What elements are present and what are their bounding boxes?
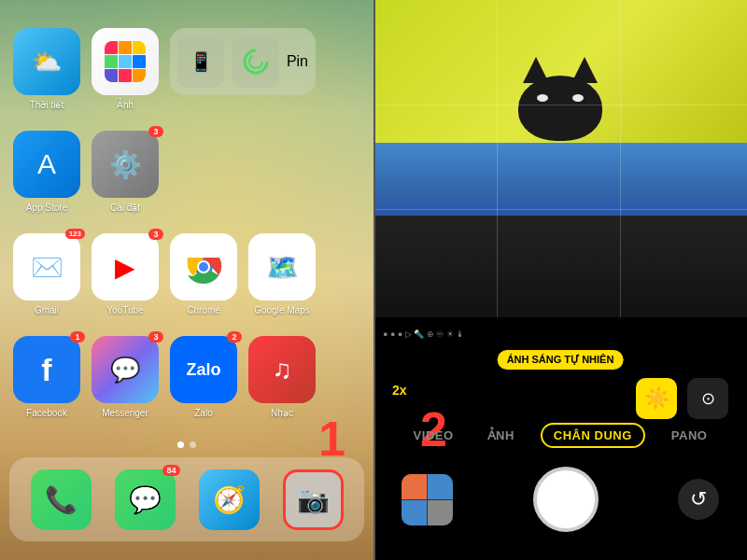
- svg-point-5: [199, 262, 208, 272]
- gmail-icon: ✉️: [31, 252, 63, 283]
- app-weather[interactable]: ⛅ Thời tiết: [13, 28, 80, 95]
- music-label: Nhạc: [248, 408, 316, 418]
- app-settings[interactable]: 3 ⚙️ Cài đặt: [92, 131, 159, 198]
- svg-point-1: [249, 55, 262, 68]
- pin-icon-2: [232, 35, 278, 88]
- camera-front-icon[interactable]: ⊙: [687, 378, 728, 419]
- cat-ear-left: [523, 57, 549, 83]
- facebook-badge: 1: [70, 331, 85, 343]
- messages-icon: 💬: [129, 484, 162, 515]
- dock-phone[interactable]: 📞: [31, 469, 92, 530]
- natural-light-icon[interactable]: ☀️: [636, 378, 677, 419]
- photos-icon: [105, 41, 146, 82]
- natural-light-badge: ÁNH SÁNG TỰ NHIÊN: [498, 350, 624, 370]
- youtube-icon: ▶: [115, 252, 135, 283]
- settings-icon: ⚙️: [109, 149, 142, 180]
- app-row-2: A App Store 3 ⚙️ Cài đặt: [9, 131, 364, 198]
- photos-label: Ảnh: [92, 100, 159, 110]
- messenger-label: Messenger: [92, 408, 159, 418]
- page-dot-1: [177, 441, 184, 448]
- cat-head: [518, 76, 602, 141]
- mode-chandung[interactable]: CHÂN DUNG: [541, 423, 645, 448]
- app-row-1: ⛅ Thời tiết Ảnh: [9, 28, 364, 95]
- flip-camera-button[interactable]: ↺: [678, 479, 719, 520]
- page-dots: [177, 441, 196, 448]
- dock-messages[interactable]: 84 💬: [115, 469, 176, 530]
- app-appstore[interactable]: A App Store: [13, 131, 80, 198]
- pin-label: Pin: [287, 53, 308, 70]
- mode-selector: VIDEO ẢNH CHÂN DUNG PANO: [374, 423, 747, 448]
- app-facebook[interactable]: 1 f Facebook: [13, 336, 80, 403]
- front-camera-icon: ⊙: [701, 388, 715, 409]
- dock-safari[interactable]: 🧭: [199, 469, 260, 530]
- app-messenger[interactable]: 3 💬 Messenger: [92, 336, 159, 403]
- cat-ear-right: [571, 57, 598, 83]
- youtube-badge: 3: [148, 229, 163, 240]
- app-photos[interactable]: Ảnh: [92, 28, 159, 95]
- app-chrome[interactable]: Chrome: [170, 233, 237, 301]
- gmail-label: Gmail: [13, 305, 80, 315]
- youtube-label: YouTube: [92, 305, 159, 315]
- pin-icon-1: 📱: [177, 35, 224, 88]
- dock: 📞 84 💬 🧭 📷: [9, 457, 364, 541]
- flip-icon: ↺: [690, 487, 707, 511]
- vf-desk-bg: [374, 216, 747, 317]
- messenger-icon: 💬: [110, 356, 140, 385]
- safari-icon: 🧭: [213, 484, 246, 515]
- maps-icon: 🗺️: [266, 252, 299, 283]
- appstore-icon: A: [37, 148, 56, 180]
- app-youtube[interactable]: 3 ▶ YouTube: [92, 233, 159, 301]
- facebook-icon: f: [41, 352, 51, 388]
- zalo-icon: Zalo: [186, 360, 220, 380]
- appstore-label: App Store: [13, 203, 80, 213]
- app-grid: ⛅ Thời tiết Ảnh: [9, 19, 364, 403]
- mode-pano[interactable]: PANO: [664, 425, 715, 446]
- messages-badge: 84: [162, 465, 179, 476]
- thumb-3: [402, 500, 427, 525]
- thumb-2: [428, 474, 453, 499]
- app-music[interactable]: ♫ Nhạc: [248, 336, 316, 403]
- app-pin[interactable]: 📱 Pin: [170, 28, 316, 95]
- app-maps[interactable]: 🗺️ Google Maps: [248, 233, 316, 301]
- gallery-thumbnail[interactable]: [402, 474, 453, 525]
- app-row-4: 1 f Facebook 3 💬 Messenger 2 Zalo Zalo ♫…: [9, 336, 364, 403]
- camera-icon: 📷: [297, 484, 330, 515]
- zoom-label[interactable]: 2x: [392, 383, 407, 398]
- cat-eye-right: [572, 94, 584, 102]
- chrome-icon: [184, 247, 223, 287]
- bottom-controls: ↺: [374, 467, 747, 532]
- panel-separator: [374, 0, 375, 560]
- sun-icon: ☀️: [644, 386, 669, 411]
- page-dot-2: [190, 441, 196, 448]
- chrome-label: Chrome: [170, 305, 237, 315]
- messenger-badge: 3: [148, 331, 163, 343]
- cat-eye-left: [537, 94, 548, 102]
- left-panel: ⛅ Thời tiết Ảnh: [0, 0, 374, 560]
- settings-badge: 3: [148, 126, 163, 137]
- camera-top-bar: ● ● ● ▷ 🔦 ⊕ ♾ ☀ 🌡: [374, 317, 747, 350]
- music-icon: ♫: [273, 355, 292, 385]
- zalo-badge: 2: [227, 331, 242, 343]
- weather-label: Thời tiết: [13, 100, 80, 110]
- mode-anh[interactable]: ẢNH: [480, 425, 522, 446]
- thumb-4: [428, 500, 453, 525]
- maps-label: Google Maps: [248, 305, 316, 315]
- cat-eyes: [537, 94, 584, 102]
- zalo-label: Zalo: [170, 408, 237, 418]
- phone-icon: 📞: [45, 484, 78, 515]
- mode-video[interactable]: VIDEO: [406, 425, 461, 446]
- weather-icon: ⛅: [32, 48, 62, 77]
- shutter-button[interactable]: [533, 467, 599, 532]
- right-panel: ● ● ● ▷ 🔦 ⊕ ♾ ☀ 🌡 ÁNH SÁNG TỰ NHIÊN 2x 2…: [374, 0, 747, 560]
- cat-figure: [509, 57, 612, 141]
- thumb-1: [402, 474, 427, 499]
- settings-label: Cài đặt: [92, 203, 159, 213]
- app-gmail[interactable]: 123 ✉️ Gmail: [13, 233, 80, 301]
- viewfinder: [374, 0, 747, 317]
- app-zalo[interactable]: 2 Zalo Zalo: [170, 336, 237, 403]
- gmail-badge: 123: [65, 229, 85, 239]
- svg-point-0: [245, 50, 267, 73]
- dock-camera[interactable]: 📷: [283, 469, 344, 530]
- app-row-3: 123 ✉️ Gmail 3 ▶ YouTube: [9, 233, 364, 301]
- facebook-label: Facebook: [13, 408, 80, 418]
